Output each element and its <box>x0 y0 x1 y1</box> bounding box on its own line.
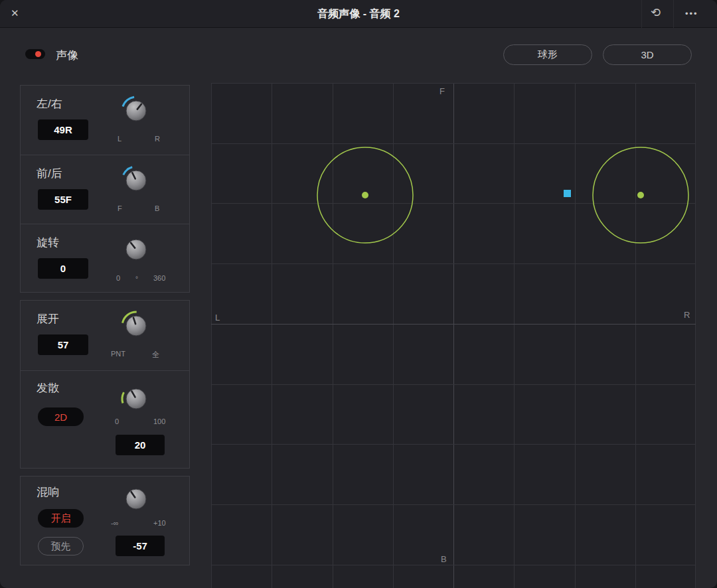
grid-back-label: B <box>441 554 447 564</box>
left-right-label: 左/右 <box>37 96 62 111</box>
rotation-unit-label: ° <box>135 275 138 283</box>
spread-control: 展开 57 PNT 全 <box>21 301 189 370</box>
front-back-min-label: F <box>118 204 122 212</box>
front-back-knob[interactable] <box>115 161 157 200</box>
front-back-max-label: B <box>155 204 159 212</box>
reverb-pre-button[interactable]: 预先 <box>38 537 84 555</box>
titlebar-separator <box>641 0 642 28</box>
left-right-value[interactable]: 49R <box>38 119 88 140</box>
pan-source-dot-left[interactable] <box>362 192 368 198</box>
divergence-value[interactable]: 20 <box>116 435 165 455</box>
position-controls-group: 左/右 49R L R 前/后 55F F B 旋转 0 0 ° 360 <box>20 85 190 293</box>
left-right-knob[interactable] <box>115 91 157 131</box>
grid-front-label: F <box>439 86 445 96</box>
titlebar-separator <box>673 0 674 28</box>
rotation-label: 旋转 <box>37 235 59 250</box>
divergence-label: 发散 <box>37 380 59 396</box>
spread-label: 展开 <box>37 311 59 327</box>
divergence-knob[interactable] <box>115 379 157 419</box>
front-back-control: 前/后 55F F B <box>21 155 189 224</box>
audio-pan-window: ✕ 音频声像 - 音频 2 ⟲ ••• 声像 球形 3D 左/右 49R L R… <box>0 0 717 588</box>
rotation-knob[interactable] <box>115 230 157 269</box>
toggle-on-dot <box>35 51 41 57</box>
reverb-controls-group: 混响 开启 预先 -∞ +10 -57 <box>20 476 190 565</box>
pan-grid-canvas[interactable] <box>211 83 696 588</box>
reverb-max-label: +10 <box>153 519 166 527</box>
reverb-value[interactable]: -57 <box>116 536 165 556</box>
rotation-min-label: 0 <box>116 274 120 282</box>
pan-enable-toggle[interactable] <box>25 49 45 59</box>
rotation-max-label: 360 <box>153 274 165 282</box>
spread-min-label: PNT <box>111 350 125 358</box>
pan-section-label: 声像 <box>56 48 78 63</box>
rotation-value[interactable]: 0 <box>38 258 88 279</box>
spread-controls-group: 展开 57 PNT 全 发散 2D 0 100 20 <box>20 300 190 469</box>
reverb-control: 混响 开启 预先 -∞ +10 -57 <box>21 477 189 565</box>
left-right-max-label: R <box>155 135 160 143</box>
rotation-control: 旋转 0 0 ° 360 <box>21 224 189 292</box>
reverb-on-button[interactable]: 开启 <box>38 509 84 528</box>
history-icon[interactable]: ⟲ <box>651 6 661 21</box>
pan-source-dot-right[interactable] <box>637 192 644 198</box>
divergence-control: 发散 2D 0 100 20 <box>21 370 189 469</box>
grid-left-label: L <box>215 313 220 323</box>
grid-right-label: R <box>684 310 690 320</box>
window-title: 音频声像 - 音频 2 <box>0 7 717 21</box>
spread-knob[interactable] <box>115 306 157 346</box>
divergence-min-label: 0 <box>115 417 119 425</box>
pan-position-grid[interactable]: F L R B <box>211 83 696 588</box>
grid-lines <box>211 83 696 588</box>
options-menu-icon[interactable]: ••• <box>685 9 698 19</box>
spread-max-label: 全 <box>152 350 159 360</box>
reverb-label: 混响 <box>37 484 59 500</box>
left-right-control: 左/右 49R L R <box>21 86 189 155</box>
divergence-max-label: 100 <box>153 417 165 425</box>
front-back-label: 前/后 <box>37 166 62 181</box>
pan-puck-marker[interactable] <box>564 190 571 197</box>
3d-button[interactable]: 3D <box>603 44 692 65</box>
reverb-min-label: -∞ <box>111 519 119 527</box>
reverb-knob[interactable] <box>115 479 157 519</box>
divergence-mode-button[interactable]: 2D <box>38 407 84 426</box>
front-back-value[interactable]: 55F <box>38 189 88 210</box>
spherical-button[interactable]: 球形 <box>503 44 592 65</box>
left-right-min-label: L <box>118 135 121 143</box>
titlebar: ✕ 音频声像 - 音频 2 ⟲ ••• <box>0 0 717 28</box>
spread-value[interactable]: 57 <box>38 334 88 355</box>
